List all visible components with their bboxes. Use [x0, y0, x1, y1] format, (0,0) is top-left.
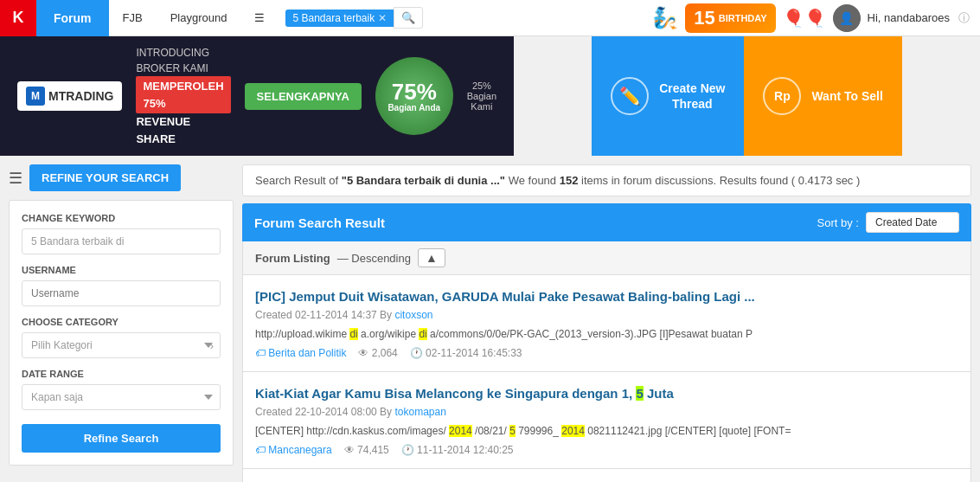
- nav-right: 🧞 15 BIRTHDAY 🎈🎈 👤 Hi, nandabaroes ⓘ: [652, 3, 980, 33]
- result-tags: 🏷 Mancanegara 👁 74,415 🕐 11-11-2014 12:4…: [255, 444, 958, 456]
- banner-area: M MTRADING INTRODUCING BROKER KAMI MEMPE…: [0, 36, 980, 156]
- result-item: 5 Fakta Kehebatan R80, Pesawat Anyar Bes…: [242, 469, 971, 482]
- result-meta: Created 02-11-2014 14:37 By citoxson: [255, 309, 958, 321]
- category-tag[interactable]: 🏷 Mancanegara: [255, 444, 332, 456]
- datetime-stat: 🕐 02-11-2014 16:45:33: [410, 347, 522, 359]
- listing-bar: Forum Listing — Descending ▲: [242, 241, 971, 275]
- content-area: ☰ REFINE YOUR SEARCH CHANGE KEYWORD USER…: [0, 156, 980, 482]
- balloons-icon: 🎈🎈: [783, 8, 826, 29]
- banner-text: INTRODUCING BROKER KAMI MEMPEROLEH 75% R…: [136, 45, 230, 147]
- search-info-bar: Search Result of "5 Bandara terbaik di d…: [242, 164, 971, 196]
- search-tag: 5 Bandara terbaik ✕: [285, 10, 394, 27]
- result-title[interactable]: Kiat-Kiat Agar Kamu Bisa Melancong ke Si…: [255, 384, 958, 402]
- revenue-circle: 75% Bagian Anda: [375, 57, 453, 135]
- mascot-icon: 🧞: [652, 6, 678, 30]
- sidebar-top: ☰ REFINE YOUR SEARCH: [9, 164, 234, 191]
- main-results: Search Result of "5 Bandara terbaik di d…: [242, 164, 971, 482]
- result-snippet: http://upload.wikime di a.org/wikipe di …: [255, 326, 958, 342]
- birthday-badge: 15 BIRTHDAY: [685, 3, 775, 33]
- search-button[interactable]: 🔍: [394, 7, 423, 29]
- results-title: Forum Search Result: [254, 215, 385, 230]
- banner-small-text: 25%BagianKami: [467, 80, 496, 112]
- views-stat: 👁 74,415: [344, 444, 389, 456]
- selengkapnya-button[interactable]: SELENGKAPNYA: [245, 83, 362, 110]
- sidebar-content: CHANGE KEYWORD USERNAME CHOOSE CATEGORY …: [9, 200, 234, 466]
- user-greeting: Hi, nandabaroes: [868, 11, 950, 24]
- sidebar: ☰ REFINE YOUR SEARCH CHANGE KEYWORD USER…: [9, 164, 234, 482]
- refine-your-search-label: REFINE YOUR SEARCH: [29, 164, 181, 191]
- want-to-sell-label: Want To Sell: [811, 88, 882, 104]
- create-thread-label: Create NewThread: [659, 80, 725, 112]
- results-header: Forum Search Result Sort by : Created Da…: [242, 203, 971, 241]
- search-clear-button[interactable]: ✕: [378, 12, 387, 24]
- mtrading-logo: M MTRADING: [17, 81, 122, 111]
- keyword-label: CHANGE KEYWORD: [22, 213, 221, 223]
- help-icon[interactable]: ⓘ: [958, 10, 970, 26]
- create-new-thread-button[interactable]: ✏️ Create NewThread: [592, 36, 744, 156]
- result-meta: Created 22-10-2014 08:00 By tokomapan: [255, 406, 958, 418]
- ad-banner: M MTRADING INTRODUCING BROKER KAMI MEMPE…: [0, 36, 514, 156]
- datetime-stat: 🕐 11-11-2014 12:40:25: [401, 444, 514, 456]
- mtrading-logo-icon: M: [26, 87, 45, 106]
- nav-playground[interactable]: Playground: [157, 0, 241, 36]
- action-buttons: ✏️ Create NewThread Rp Want To Sell: [514, 36, 980, 156]
- list-view-icon[interactable]: ☰: [9, 169, 22, 188]
- sort-select[interactable]: Created Date: [866, 212, 959, 233]
- result-title[interactable]: [PIC] Jemput Duit Wisatawan, GARUDA Mula…: [255, 287, 958, 305]
- category-label: CHOOSE CATEGORY: [22, 317, 221, 327]
- nav-bar: K Forum FJB Playground ☰ 5 Bandara terba…: [0, 0, 980, 36]
- result-item: [PIC] Jemput Duit Wisatawan, GARUDA Mula…: [242, 275, 971, 372]
- rp-icon: Rp: [763, 77, 801, 115]
- result-item: Kiat-Kiat Agar Kamu Bisa Melancong ke Si…: [242, 372, 971, 469]
- nav-fjb[interactable]: FJB: [109, 0, 157, 36]
- nav-search-area: 5 Bandara terbaik ✕ 🔍: [285, 7, 423, 29]
- site-logo[interactable]: K: [0, 0, 36, 36]
- want-to-sell-button[interactable]: Rp Want To Sell: [744, 36, 901, 156]
- username-input[interactable]: [22, 280, 221, 306]
- username-label: USERNAME: [22, 265, 221, 275]
- result-snippet: [CENTER] http://cdn.kaskus.com/images/ 2…: [255, 423, 958, 439]
- views-stat: 👁 2,064: [358, 347, 397, 359]
- sort-area: Sort by : Created Date: [817, 212, 959, 233]
- avatar[interactable]: 👤: [833, 4, 861, 32]
- author-link[interactable]: tokomapan: [394, 406, 445, 418]
- date-range-label: DATE RANGE: [22, 369, 221, 379]
- nav-list-icon[interactable]: ☰: [240, 0, 279, 36]
- date-range-select[interactable]: Kapan saja: [22, 384, 221, 410]
- result-tags: 🏷 Berita dan Politik 👁 2,064 🕐 02-11-201…: [255, 347, 958, 359]
- author-link[interactable]: citoxson: [394, 309, 432, 321]
- nav-forum[interactable]: Forum: [36, 0, 109, 36]
- pencil-icon: ✏️: [611, 77, 649, 115]
- keyword-input[interactable]: [22, 228, 221, 254]
- category-tag[interactable]: 🏷 Berita dan Politik: [255, 347, 346, 359]
- listing-toggle-button[interactable]: ▲: [418, 248, 445, 267]
- category-select[interactable]: Pilih Kategori: [22, 332, 221, 358]
- refine-search-button[interactable]: Refine Search: [22, 424, 221, 453]
